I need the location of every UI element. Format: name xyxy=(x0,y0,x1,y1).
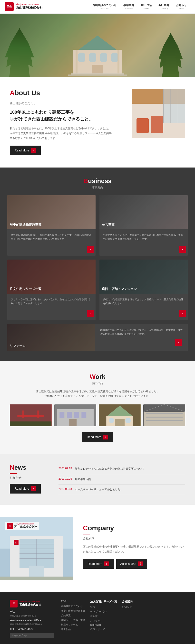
about-title-line xyxy=(10,99,17,99)
business-subtitle: 事業案内 xyxy=(7,186,188,190)
footer-logo-text-area: Nishiyama Construction 西山建設株式会社 xyxy=(20,601,41,606)
footer-nav-item-3-1[interactable]: お知らせ xyxy=(122,605,141,609)
company-logo-icon: 西 xyxy=(7,523,13,529)
company-read-more-label: Read More xyxy=(88,562,102,566)
business-card-3: 注文住宅シリーズ一覧 プリミエラや西山形式にもいただいており、あなたのための住宅… xyxy=(7,260,96,320)
footer-nav-item-2-5[interactable]: NOR/NUT xyxy=(90,624,117,626)
news-list: 2020.04.13 新型コロナウイルス感染拡大防止の為の営業変更について 20… xyxy=(59,464,185,495)
business-card-3-image: 注文住宅シリーズ一覧 xyxy=(7,260,96,294)
footer-nav-item-1-5[interactable]: 耐震リフォーム xyxy=(61,623,85,626)
nav-about-ja: 西山建設のこだわり xyxy=(92,4,116,7)
footer-tel: TEL : 0463-21-4627 xyxy=(10,628,54,630)
business-card-1-arrow[interactable]: › xyxy=(87,246,94,253)
footer-nav-col-2-title: 注文住宅シリーズ一覧 xyxy=(90,600,117,603)
news-date-2: 2019.12.25 xyxy=(59,477,72,480)
business-card-1-image: 歴史的建造物復原事業 xyxy=(7,195,96,229)
svg-rect-42 xyxy=(146,416,182,418)
company-title-text: ompany xyxy=(88,524,114,532)
nav-work-ja: 施工作品 xyxy=(141,4,152,7)
footer-nav-item-1-2[interactable]: 歴史的建造物復原事業 xyxy=(61,609,85,612)
news-date-3: 2019.09.03 xyxy=(59,488,72,490)
news-text-3: ホームページをリニューアルしました。 xyxy=(75,488,123,492)
news-item-3: 2019.09.03 ホームページをリニューアルしました。 xyxy=(59,484,185,495)
footer-nav-item-1-3[interactable]: 公共事業 xyxy=(61,614,85,617)
work-image-3 xyxy=(99,404,141,426)
business-card-2-arrow[interactable]: › xyxy=(179,246,186,253)
logo-text-area: Nishiyama Construction 西山建設株式会社 xyxy=(16,3,43,10)
nav-item-work[interactable]: 施工作品 Works xyxy=(137,2,155,12)
business-grid: 歴史的建造物復原事業 歴史的な建造物を復原し、当時の趣を現世へと伝えます。八幡山… xyxy=(7,195,188,320)
footer-nav-item-2-6[interactable]: 成長シリーズ xyxy=(90,628,117,631)
business-card-5-arrow-area: › xyxy=(99,337,184,349)
about-title: About Us xyxy=(10,89,124,97)
about-read-more-label: Read More xyxy=(15,149,29,152)
about-read-more-button[interactable]: Read More › xyxy=(10,146,41,155)
business-title-area: Business 事業案内 xyxy=(7,177,188,190)
svg-rect-20 xyxy=(17,415,44,417)
company-access-map-button[interactable]: Access Map 📍 xyxy=(116,559,147,569)
business-card-4-text: 多岐にわたる建設業務を行っており、お客様のニーズに答えた最良の物件を提供いたしま… xyxy=(102,298,185,306)
nav-news-ja: お知らせ xyxy=(176,4,187,7)
footer-logo-icon: 西 xyxy=(10,600,18,608)
business-card-3-overlay: 注文住宅シリーズ一覧 xyxy=(7,260,96,294)
svg-rect-43 xyxy=(146,420,182,421)
business-card-5-title: リフォーム xyxy=(10,344,26,348)
footer-head-office-title: 本社 xyxy=(10,610,54,613)
work-title-text: ork xyxy=(96,373,105,380)
footer-nav-item-1-6[interactable]: 施工作品 xyxy=(61,628,85,631)
business-card-3-arrow[interactable]: › xyxy=(87,310,94,317)
about-content: About Us 西山建設のこだわり 100年以上にもわたり建築工事を手がけてき… xyxy=(10,89,124,155)
work-image-grid xyxy=(10,404,185,426)
svg-rect-7 xyxy=(76,50,78,74)
news-read-more-button[interactable]: Read More › xyxy=(10,484,41,494)
nav-item-business[interactable]: 事業案内 Business xyxy=(120,2,137,12)
footer-nav-item-2-3[interactable]: 清心堂 xyxy=(90,614,117,618)
news-left-panel: News お知らせ Read More › xyxy=(10,464,49,495)
company-logo-overlay: 西 Nishiyama Construction 西山建設株式会社 xyxy=(5,522,39,530)
work-read-more-button[interactable]: Read More › xyxy=(82,432,113,442)
hero-section xyxy=(0,14,195,77)
news-title-red: N xyxy=(10,464,14,471)
footer-nav-area: TOP 西山建設のこだわり 歴史的建造物復原事業 公共事業 建築シリーズ施工実績… xyxy=(61,600,185,638)
work-title-area: Work 施工作品 xyxy=(10,373,185,385)
footer-top: 西 Nishiyama Construction 西山建設株式会社 本社 神奈川… xyxy=(10,600,185,638)
svg-text:西: 西 xyxy=(15,542,17,544)
business-card-2-arrow-area: › xyxy=(99,244,188,256)
business-card-2-text: 平成の終わりとともに公共事業の分野にも着目し着実に実績を積み、近年では大型公共事… xyxy=(102,233,185,242)
footer-nav-item-1-1[interactable]: 西山建設のこだわり xyxy=(61,604,85,608)
footer-banner[interactable]: リモデルブログ xyxy=(10,633,54,638)
nav-item-news[interactable]: お知らせ News xyxy=(172,2,190,12)
footer-nav-item-2-1[interactable]: 知行 xyxy=(90,605,117,609)
footer-nav-col-3-title: 会社案内 xyxy=(122,600,141,603)
work-read-more-label: Read More xyxy=(87,435,101,439)
header: 西山 Nishiyama Construction 西山建設株式会社 西山建設の… xyxy=(0,0,195,14)
news-read-more-arrow: › xyxy=(31,486,36,491)
company-read-more-button[interactable]: Read More › xyxy=(83,559,114,569)
svg-rect-2 xyxy=(78,52,85,62)
work-title-red: W xyxy=(90,373,96,380)
nav-news-en: News xyxy=(176,7,187,10)
footer-nav-item-2-4[interactable]: スピリット xyxy=(90,619,117,622)
main-nav: 西山建設のこだわり About Us 事業案内 Business 施工作品 Wo… xyxy=(89,2,190,12)
svg-rect-10 xyxy=(68,74,127,76)
news-title-text: ews xyxy=(14,464,26,471)
footer-nav-item-2-2[interactable]: ペンギンハウス xyxy=(90,610,117,613)
business-card-5-arrow[interactable]: › xyxy=(175,339,182,346)
business-card-4-arrow[interactable]: › xyxy=(179,310,186,317)
company-logo-ja: 西山建設株式会社 xyxy=(14,525,37,529)
business-card-2: 公共事業 平成の終わりとともに公共事業の分野にも着目し着実に実績を積み、近年では… xyxy=(99,195,188,256)
nav-item-about[interactable]: 西山建設のこだわり About Us xyxy=(89,2,120,12)
nav-work-en: Works xyxy=(141,7,152,10)
business-card-2-image: 公共事業 xyxy=(99,195,188,229)
footer-head-office-addr: 神奈川県平塚市代官町22-6 xyxy=(10,614,54,618)
footer-nav-item-1-4[interactable]: 建築シリーズ施工実績 xyxy=(61,618,85,622)
business-card-5-body: 西山建設で築いてもわかる住宅向けリフォームや耐震診断・耐震改修・純渋洗済耐震工事… xyxy=(95,324,188,351)
company-title: Company xyxy=(83,524,185,532)
svg-rect-34 xyxy=(115,419,125,426)
company-read-more-arrow: › xyxy=(104,562,109,566)
news-read-more-label: Read More xyxy=(15,487,29,490)
company-content: Company 会社案内 西山建設株式会社の会社概要や社史、最新履歴などをご覧い… xyxy=(73,517,195,580)
svg-rect-36 xyxy=(125,418,131,423)
nav-item-company[interactable]: 会社案内 Company xyxy=(155,2,172,12)
logo-ja: 西山建設株式会社 xyxy=(16,6,43,10)
